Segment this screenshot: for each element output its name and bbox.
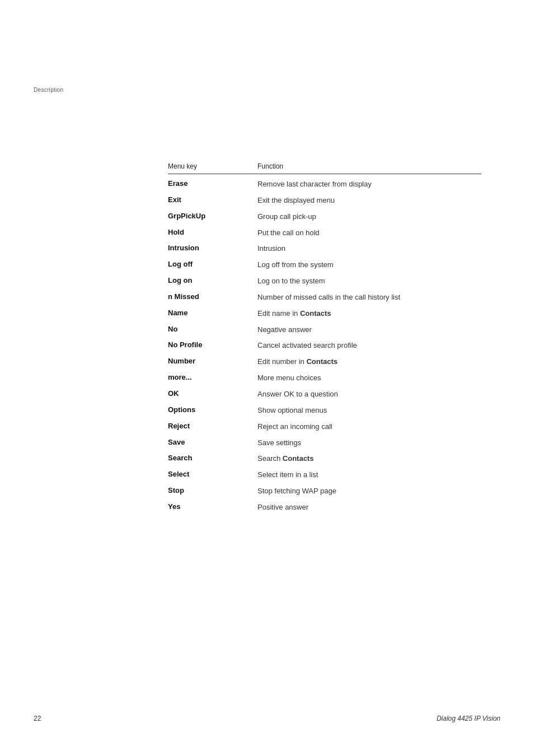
function-cell: Show optional menus	[257, 405, 481, 416]
function-cell: Cancel activated search profile	[257, 340, 481, 351]
table-row: Number Edit number in Contacts	[168, 354, 481, 370]
table-row: n Missed Number of missed calls in the c…	[168, 290, 481, 306]
function-cell: Answer OK to a question	[257, 389, 481, 400]
function-cell: Exit the displayed menu	[257, 195, 481, 206]
contacts-text: Contacts	[283, 454, 314, 463]
page-title-footer: Dialog 4425 IP Vision	[437, 715, 500, 722]
function-cell: Edit name in Contacts	[257, 309, 481, 319]
menu-key-cell: No Profile	[168, 340, 257, 349]
function-cell: Select item in a list	[257, 470, 481, 480]
table-row: Name Edit name in Contacts	[168, 306, 481, 322]
page-number: 22	[34, 715, 41, 722]
table-row: more... More menu choices	[168, 370, 481, 386]
table-row: Exit Exit the displayed menu	[168, 193, 481, 209]
menu-key-cell: more...	[168, 373, 257, 381]
table-row: Erase Remove last character from display	[168, 176, 481, 193]
page-container: Description Menu key Function Erase Remo…	[0, 0, 534, 756]
menu-key-cell: Log off	[168, 260, 257, 268]
menu-key-cell: GrpPickUp	[168, 212, 257, 220]
table-row: Hold Put the call on hold	[168, 225, 481, 241]
table-row: No Profile Cancel activated search profi…	[168, 338, 481, 354]
menu-key-cell: Erase	[168, 179, 257, 188]
menu-key-cell: Select	[168, 470, 257, 478]
menu-key-cell: Exit	[168, 195, 257, 204]
function-cell: Search Contacts	[257, 454, 481, 464]
menu-key-cell: Save	[168, 438, 257, 446]
function-cell: Positive answer	[257, 502, 481, 513]
table-row: Select Select item in a list	[168, 467, 481, 483]
function-cell: More menu choices	[257, 373, 481, 384]
menu-key-cell: Name	[168, 309, 257, 317]
function-cell: Negative answer	[257, 325, 481, 335]
function-cell: Save settings	[257, 438, 481, 449]
table-header: Menu key Function	[168, 162, 481, 174]
table-row: OK Answer OK to a question	[168, 386, 481, 403]
function-cell: Put the call on hold	[257, 228, 481, 239]
table-row: Save Save settings	[168, 435, 481, 451]
column-header-function: Function	[257, 162, 481, 170]
function-cell: Group call pick-up	[257, 212, 481, 222]
page-footer: 22 Dialog 4425 IP Vision	[34, 715, 500, 722]
menu-key-cell: Options	[168, 405, 257, 414]
menu-key-cell: Log on	[168, 276, 257, 284]
description-label: Description	[34, 87, 63, 93]
table-row: Stop Stop fetching WAP page	[168, 483, 481, 500]
function-cell: Intrusion	[257, 244, 481, 254]
menu-key-cell: Search	[168, 454, 257, 462]
table-row: Reject Reject an incoming call	[168, 419, 481, 435]
menu-key-cell: No	[168, 325, 257, 333]
function-cell: Stop fetching WAP page	[257, 486, 481, 497]
menu-key-table: Menu key Function Erase Remove last char…	[168, 162, 481, 516]
menu-key-cell: Number	[168, 357, 257, 365]
table-row: GrpPickUp Group call pick-up	[168, 209, 481, 225]
menu-key-cell: OK	[168, 389, 257, 398]
menu-key-cell: Hold	[168, 228, 257, 236]
function-cell: Log off from the system	[257, 260, 481, 270]
menu-key-cell: Reject	[168, 422, 257, 430]
function-cell: Log on to the system	[257, 276, 481, 287]
function-cell: Reject an incoming call	[257, 422, 481, 432]
menu-key-cell: Yes	[168, 502, 257, 511]
table-row: Options Show optional menus	[168, 403, 481, 419]
function-cell: Remove last character from display	[257, 179, 481, 190]
table-row: Intrusion Intrusion	[168, 241, 481, 257]
column-header-menu-key: Menu key	[168, 162, 257, 170]
contacts-text: Contacts	[306, 357, 338, 366]
table-row: Log off Log off from the system	[168, 257, 481, 273]
menu-key-cell: n Missed	[168, 292, 257, 301]
function-cell: Edit number in Contacts	[257, 357, 481, 367]
contacts-text: Contacts	[300, 309, 331, 318]
table-row: Yes Positive answer	[168, 500, 481, 516]
function-cell: Number of missed calls in the call histo…	[257, 292, 481, 303]
menu-key-cell: Intrusion	[168, 244, 257, 252]
menu-key-cell: Stop	[168, 486, 257, 494]
table-row: Log on Log on to the system	[168, 273, 481, 290]
table-row: Search Search Contacts	[168, 451, 481, 467]
table-row: No Negative answer	[168, 322, 481, 338]
